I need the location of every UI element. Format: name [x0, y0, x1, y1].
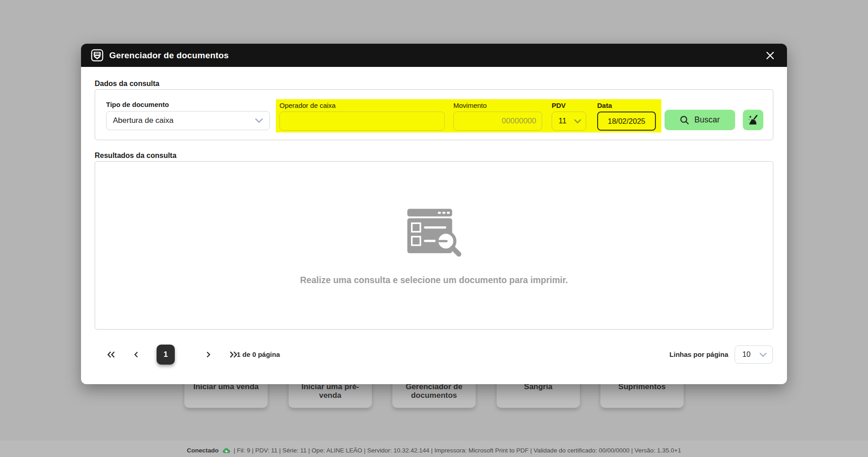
date-input[interactable] — [597, 112, 656, 131]
status-bar: Conectado| Fil: 9 | PDV: 11 | Série: 11 … — [0, 447, 868, 454]
pdv-select[interactable]: 11 — [552, 112, 586, 131]
search-button[interactable]: Buscar — [665, 110, 735, 130]
chevron-down-icon — [255, 118, 263, 123]
empty-results-message: Realize uma consulta e selecione um docu… — [300, 275, 568, 285]
results-section-title: Resultados da consulta — [95, 152, 177, 160]
cashier-operator-field: Operador de caixa — [279, 102, 445, 131]
lines-per-page-select[interactable]: 10 — [735, 345, 773, 364]
query-form: Tipo de documento Abertura de caixa Oper… — [95, 89, 773, 140]
status-details: | Fil: 9 | PDV: 11 | Série: 11 | Ope: AL… — [233, 447, 681, 454]
first-page-button[interactable] — [106, 344, 116, 366]
movement-input[interactable] — [453, 112, 542, 131]
query-section-title: Dados da consulta — [95, 80, 159, 88]
modal-header: Gerenciador de documentos — [81, 44, 787, 67]
modal-title: Gerenciador de documentos — [109, 51, 229, 61]
chevron-right-icon — [205, 350, 212, 359]
previous-page-button[interactable] — [133, 344, 139, 366]
chevron-left-icon — [133, 350, 139, 359]
connection-status: Conectado — [187, 447, 219, 454]
date-label: Data — [597, 102, 612, 109]
page-info: 1 de 0 página — [237, 344, 280, 366]
pdv-field: PDV 11 — [552, 102, 586, 131]
lines-per-page-value: 10 — [742, 350, 759, 359]
document-type-field: Tipo de documento Abertura de caixa — [106, 101, 270, 130]
cashier-operator-label: Operador de caixa — [279, 102, 335, 109]
pdv-label: PDV — [552, 102, 566, 109]
date-field: Data — [597, 102, 656, 131]
document-type-select[interactable]: Abertura de caixa — [106, 111, 270, 130]
movement-field: Movimento — [453, 102, 542, 131]
pdv-value: 11 — [558, 117, 574, 126]
empty-results-icon — [405, 206, 464, 263]
search-icon — [680, 115, 690, 125]
document-manager-icon — [91, 49, 103, 61]
chevron-down-icon — [574, 119, 581, 124]
chevron-down-icon — [759, 352, 767, 357]
close-button[interactable] — [763, 49, 777, 62]
search-button-label: Buscar — [694, 115, 720, 125]
current-page-button[interactable]: 1 — [157, 345, 175, 365]
document-manager-modal: Gerenciador de documentos Dados da consu… — [81, 44, 787, 384]
document-type-label: Tipo de documento — [106, 101, 270, 108]
next-page-button[interactable] — [205, 344, 212, 366]
double-chevron-left-icon — [106, 350, 116, 359]
pagination: 1 1 de 0 página Linhas por página 10 — [95, 344, 773, 366]
cloud-sync-icon — [222, 447, 231, 454]
lines-per-page-label: Linhas por página — [670, 344, 728, 366]
document-type-value: Abertura de caixa — [113, 116, 255, 125]
broom-clean-icon — [747, 114, 759, 126]
results-area: Realize uma consulta e selecione um docu… — [95, 161, 773, 330]
clear-button[interactable] — [743, 110, 763, 130]
close-icon — [765, 51, 775, 61]
highlighted-fields-block: Operador de caixa Movimento PDV 11 Data — [276, 99, 661, 132]
cashier-operator-input[interactable] — [279, 112, 445, 131]
screen: Iniciar uma venda Iniciar uma pré-venda … — [0, 0, 868, 457]
movement-label: Movimento — [453, 102, 487, 109]
